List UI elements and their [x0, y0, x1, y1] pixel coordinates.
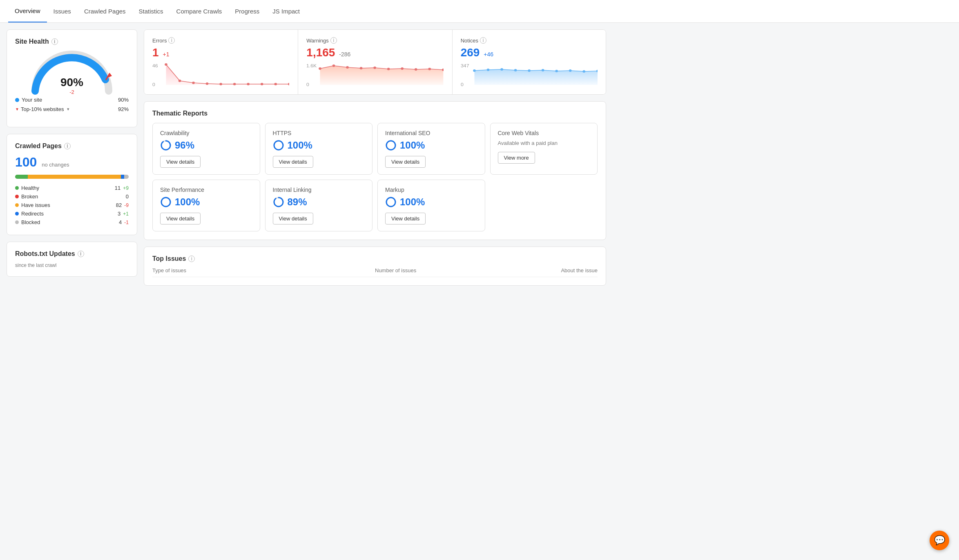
markup-name: Markup: [385, 187, 477, 193]
site-health-info-icon[interactable]: i: [51, 38, 58, 45]
site-performance-view-btn[interactable]: View details: [160, 213, 201, 224]
tab-js-impact[interactable]: JS Impact: [266, 0, 306, 22]
svg-text:0: 0: [152, 82, 155, 87]
issues-header: Top Issues i: [152, 255, 598, 262]
https-score: 100%: [273, 140, 365, 151]
svg-text:0: 0: [306, 82, 309, 87]
gauge-text: 90% -2: [60, 76, 83, 95]
gauge-legend: Your site 90% ▼ Top-10% websites ▾ 92%: [15, 95, 129, 114]
metrics-row: Errors i 1 +1 46 0: [144, 29, 606, 95]
your-site-dot: [15, 98, 19, 102]
notices-chart: 347 0: [461, 62, 598, 87]
svg-point-23: [387, 68, 390, 70]
col-about-header: About the issue: [486, 267, 598, 273]
svg-point-22: [374, 67, 377, 69]
svg-point-52: [386, 198, 395, 207]
warnings-card: Warnings i 1,165 -286 1.6K 0: [298, 30, 451, 94]
crawled-pages-title: Crawled Pages i: [15, 142, 129, 150]
tab-issues[interactable]: Issues: [47, 0, 78, 22]
top10-value: 92%: [118, 106, 129, 112]
svg-marker-30: [474, 69, 598, 85]
notices-card: Notices i 269 +46 347 0: [452, 30, 606, 94]
internal-linking-score: 89%: [273, 196, 365, 208]
notices-change: +46: [484, 51, 493, 58]
errors-value-row: 1 +1: [152, 46, 289, 59]
stat-blocked: Blocked 4-1: [15, 218, 129, 227]
notices-info-icon[interactable]: i: [480, 37, 486, 44]
svg-point-46: [386, 141, 395, 150]
internal-linking-view-btn[interactable]: View details: [273, 213, 313, 224]
international-seo-score: 100%: [385, 140, 477, 151]
top-issues-card: Top Issues i Type of issues Number of is…: [144, 247, 606, 286]
top-issues-title: Top Issues: [152, 255, 186, 262]
errors-change: +1: [163, 51, 169, 58]
robots-txt-info-icon[interactable]: i: [78, 251, 84, 257]
international-seo-view-btn[interactable]: View details: [385, 156, 426, 168]
svg-point-36: [541, 69, 544, 71]
warnings-info-icon[interactable]: i: [330, 37, 337, 44]
stat-have-issues: Have issues 82-9: [15, 201, 129, 209]
tab-crawled-pages[interactable]: Crawled Pages: [78, 0, 132, 22]
bar-redirects: [121, 175, 124, 179]
crawled-count-row: 100 no changes: [15, 155, 129, 170]
issues-columns: Type of issues Number of issues About th…: [152, 267, 598, 277]
markup-score: 100%: [385, 196, 477, 208]
stat-healthy: Healthy 11+9: [15, 184, 129, 192]
errors-info-icon[interactable]: i: [168, 37, 175, 44]
col-type-header: Type of issues: [152, 267, 375, 273]
svg-point-5: [165, 63, 167, 66]
crawlability-name: Crawlability: [160, 130, 252, 136]
svg-point-9: [219, 83, 222, 85]
https-name: HTTPS: [273, 130, 365, 136]
site-performance-name: Site Performance: [160, 187, 252, 193]
tab-progress[interactable]: Progress: [228, 0, 266, 22]
svg-point-39: [582, 70, 585, 73]
svg-point-8: [206, 82, 209, 85]
svg-point-14: [288, 83, 289, 85]
core-web-vitals-view-btn[interactable]: View more: [498, 152, 535, 164]
markup-ring-icon: [385, 196, 397, 208]
crawlability-view-btn[interactable]: View details: [160, 156, 201, 168]
robots-since: since the last crawl: [15, 262, 129, 268]
core-web-vitals-name: Core Web Vitals: [498, 130, 590, 136]
tab-statistics[interactable]: Statistics: [132, 0, 170, 22]
col-num-header: Number of issues: [375, 267, 486, 273]
bar-issues: [28, 175, 121, 179]
report-https: HTTPS 100% View details: [265, 123, 373, 175]
https-view-btn[interactable]: View details: [273, 156, 313, 168]
robots-txt-card: Robots.txt Updates i since the last craw…: [7, 242, 137, 277]
tab-overview[interactable]: Overview: [8, 0, 47, 22]
svg-point-20: [346, 66, 349, 69]
crawled-bar-track: [15, 175, 129, 179]
svg-point-50: [274, 198, 283, 207]
report-international-seo: International SEO 100% View details: [377, 123, 485, 175]
svg-point-13: [274, 83, 277, 85]
gauge-percent: 90%: [60, 76, 83, 89]
warnings-change: -286: [339, 51, 350, 58]
crawled-pages-info-icon[interactable]: i: [64, 143, 71, 149]
legend-your-site: Your site 90%: [15, 95, 129, 104]
report-internal-linking: Internal Linking 89% View details: [265, 180, 373, 231]
svg-point-33: [500, 68, 503, 71]
internal-linking-name: Internal Linking: [273, 187, 365, 193]
top-issues-info-icon[interactable]: i: [188, 256, 195, 262]
gauge-change: -2: [60, 89, 83, 95]
svg-point-37: [555, 70, 558, 72]
chevron-down-icon[interactable]: ▾: [67, 107, 69, 112]
svg-point-34: [514, 69, 517, 71]
international-seo-ring-icon: [385, 140, 397, 151]
stat-redirects: Redirects 3+1: [15, 209, 129, 218]
stat-broken: Broken 0: [15, 192, 129, 201]
report-crawlability: Crawlability 96% View details: [152, 123, 260, 175]
warnings-value-row: 1,165 -286: [306, 46, 443, 59]
crawled-note: no changes: [42, 162, 69, 168]
bar-healthy: [15, 175, 28, 179]
report-core-web-vitals: Core Web Vitals Available with a paid pl…: [490, 123, 598, 175]
markup-view-btn[interactable]: View details: [385, 213, 426, 224]
notices-label: Notices i: [461, 37, 598, 44]
tab-compare-crawls[interactable]: Compare Crawls: [170, 0, 229, 22]
thematic-row2: Site Performance 100% View details Inter…: [152, 180, 598, 231]
report-site-performance: Site Performance 100% View details: [152, 180, 260, 231]
warnings-value: 1,165: [306, 46, 335, 59]
thematic-reports-card: Thematic Reports Crawlability 96% View d…: [144, 101, 606, 240]
